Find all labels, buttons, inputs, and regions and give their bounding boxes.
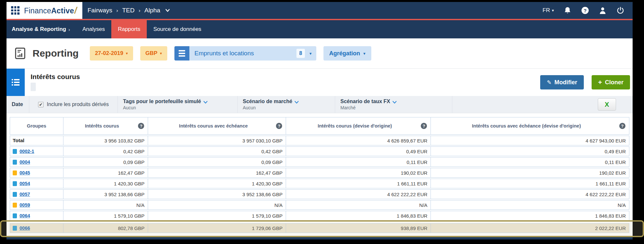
help-icon[interactable]: ?: [581, 7, 589, 14]
group-cell: 0004: [10, 157, 63, 167]
column-help-icon[interactable]: ?: [276, 123, 282, 129]
value-cell: 4 622 222,22 EUR: [431, 190, 629, 199]
excel-export-button[interactable]: X: [598, 98, 616, 111]
group-color-marker: [13, 192, 17, 197]
column-header: Intérêts courus avec échéance (devise d'…: [431, 117, 629, 134]
market-scenario-value: Aucun: [243, 105, 330, 110]
group-cell: 0064: [10, 211, 63, 220]
portfolio-name: Emprunts et locations: [195, 50, 292, 57]
fx-scenario-dropdown[interactable]: Scénario de taux FX Marché: [335, 96, 452, 113]
group-link[interactable]: 0059: [20, 202, 30, 208]
group-link[interactable]: 0054: [20, 181, 30, 186]
group-link[interactable]: 0004: [20, 159, 30, 165]
filter-spacer: [452, 96, 598, 113]
caret-down-icon: ▾: [552, 8, 554, 13]
value-cell: 190,02 EUR: [286, 168, 431, 177]
group-link[interactable]: 0064: [20, 213, 30, 218]
group-link[interactable]: 0002-1: [20, 149, 34, 154]
breadcrumb-fairways[interactable]: Fairways: [88, 7, 112, 14]
group-color-marker: [13, 170, 17, 175]
app-launcher-icon[interactable]: [11, 6, 20, 15]
value-cell: 0,49 EUR: [431, 147, 629, 156]
group-link[interactable]: 0057: [20, 192, 30, 197]
total-label: Total: [13, 138, 24, 143]
portfolio-menu-icon[interactable]: [174, 46, 189, 61]
caret-down-icon: ▾: [363, 51, 366, 56]
group-cell: 0002-1: [10, 147, 63, 156]
app-window: FinanceActive/ Fairways › TED › Alpha FR…: [7, 2, 633, 239]
notifications-bell-icon[interactable]: [564, 7, 571, 14]
total-row: Total3 956 103,82 GBP3 957 030,10 GBP4 6…: [10, 136, 629, 145]
clone-button[interactable]: + Cloner: [592, 75, 630, 89]
table-row: 0059N/AN/AN/AN/A: [10, 200, 629, 210]
currency-dropdown[interactable]: GBP▾: [140, 46, 167, 61]
module-nav: Analyse & Reporting› Analyses Rapports S…: [7, 19, 633, 38]
nav-tab-source-de-donnees[interactable]: Source de données: [147, 20, 208, 38]
report-subtitle-placeholder: [31, 83, 36, 91]
value-cell: 1 846,83 EUR: [286, 211, 431, 220]
tags-filter-dropdown[interactable]: Tags pour le portefeuille simulé Aucun: [118, 96, 238, 113]
column-help-icon[interactable]: ?: [421, 123, 427, 129]
report-section-bar: Intérêts courus ✎ Modifier + Cloner: [7, 68, 633, 96]
group-link[interactable]: 0066: [20, 225, 30, 231]
table-row: 00573 952 138,66 GBP3 952 138,66 GBP4 62…: [10, 189, 629, 199]
nav-tab-rapports[interactable]: Rapports: [111, 20, 147, 38]
breadcrumb-alpha[interactable]: Alpha: [144, 7, 160, 14]
fx-scenario-value: Marché: [340, 105, 447, 110]
nav-tab-analyses[interactable]: Analyses: [76, 20, 111, 38]
report-document-icon: [15, 47, 25, 59]
group-cell: 0066: [10, 224, 63, 233]
value-cell: 1 420,30 GBP: [148, 179, 286, 188]
breadcrumb-separator: ›: [138, 7, 140, 14]
portfolio-selector[interactable]: Emprunts et locations 8 ▾: [174, 46, 316, 61]
chevron-down-icon: [295, 101, 299, 104]
reporting-toolbar: Reporting 27-02-2019▾ GBP▾ Emprunts et l…: [7, 38, 633, 68]
breadcrumb-ted[interactable]: TED: [122, 7, 134, 14]
portfolio-bar[interactable]: Emprunts et locations 8 ▾: [189, 46, 316, 61]
logout-power-icon[interactable]: [616, 7, 624, 14]
column-help-icon[interactable]: ?: [619, 123, 625, 129]
group-link[interactable]: 0045: [20, 170, 30, 175]
group-color-marker: [13, 160, 17, 165]
header-actions: FR▾ ?: [542, 2, 633, 19]
column-header: Groupes: [10, 117, 63, 134]
language-selector[interactable]: FR▾: [542, 7, 554, 14]
nav-analyse-reporting[interactable]: Analyse & Reporting›: [7, 20, 76, 38]
aggregation-dropdown[interactable]: Agrégation▾: [323, 46, 372, 61]
value-cell: 0,09 GBP: [63, 157, 148, 167]
column-header: Intérêts courus?: [63, 117, 148, 134]
column-help-icon[interactable]: ?: [138, 123, 144, 129]
tags-filter-value: Aucun: [123, 105, 232, 110]
chevron-down-icon[interactable]: [165, 9, 170, 12]
group-cell: 0045: [10, 168, 63, 177]
table-row: 0045162,47 GBP162,47 GBP190,02 EUR190,02…: [10, 168, 629, 178]
value-cell: 1 579,10 GBP: [148, 211, 286, 220]
user-profile-icon[interactable]: [599, 7, 607, 14]
group-color-marker: [13, 213, 17, 218]
modify-button[interactable]: ✎ Modifier: [540, 75, 583, 89]
table-row: 0002-10,42 GBP0,42 GBP0,49 EUR0,49 EUR: [10, 146, 629, 156]
value-cell: 3 952 138,66 GBP: [148, 190, 286, 199]
value-cell: 0,09 GBP: [148, 157, 286, 167]
market-scenario-dropdown[interactable]: Scénario de marché Aucun: [238, 96, 335, 113]
portfolio-count-badge: 8: [296, 49, 305, 58]
breadcrumb-separator: ›: [116, 7, 118, 14]
date-dropdown[interactable]: 27-02-2019▾: [90, 46, 133, 61]
finance-active-logo: FinanceActive/: [24, 6, 77, 16]
value-cell: 162,47 GBP: [148, 168, 286, 177]
checkbox-checked-icon[interactable]: ✔: [38, 102, 44, 107]
table-header-row: GroupesIntérêts courus?Intérêts courus a…: [10, 117, 629, 135]
include-derivatives-toggle[interactable]: ✔ Inclure les produits dérivés: [29, 96, 118, 113]
plus-icon: +: [598, 78, 602, 86]
chevron-right-icon: ›: [68, 27, 70, 32]
caret-down-icon: ▾: [160, 51, 162, 56]
date-column-label: Date: [7, 96, 29, 113]
group-cell: 0057: [10, 190, 63, 199]
group-cell: 0054: [10, 179, 63, 188]
value-cell: 1 420,30 GBP: [63, 179, 148, 188]
group-color-marker: [13, 149, 17, 154]
report-list-icon[interactable]: [7, 69, 25, 96]
value-cell: N/A: [286, 200, 431, 210]
value-cell: 0,11 EUR: [431, 157, 629, 167]
value-cell: 0,42 GBP: [63, 147, 148, 156]
